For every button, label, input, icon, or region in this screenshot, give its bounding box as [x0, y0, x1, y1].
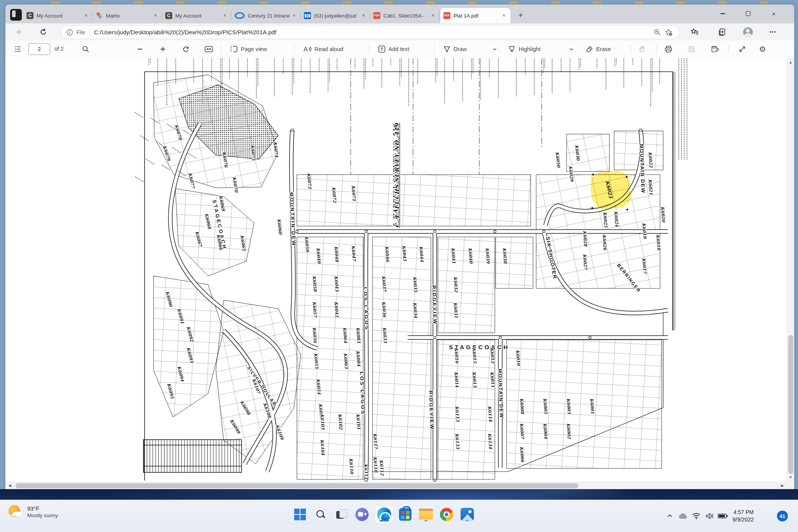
start-button[interactable] [291, 505, 309, 523]
collections-icon[interactable] [715, 26, 729, 38]
read-aloud-button[interactable]: A Read aloud [301, 42, 346, 56]
desktop-decor-dash [259, 1, 268, 4]
print-icon[interactable] [662, 42, 675, 56]
matrix-favicon [96, 12, 103, 19]
scroll-left-icon[interactable]: ◀ [7, 483, 12, 488]
century21-favicon: C [26, 12, 34, 19]
photos-button[interactable] [458, 505, 476, 523]
add-favorite-icon[interactable] [663, 27, 674, 38]
scroll-up-icon[interactable]: ▲ [787, 60, 794, 64]
task-view-button[interactable] [332, 505, 350, 523]
tab-my-account-1[interactable]: C My Account × [23, 8, 93, 23]
onedrive-icon[interactable] [676, 508, 690, 524]
scroll-right-icon[interactable]: ▶ [780, 483, 785, 488]
tab-close-icon[interactable]: × [429, 12, 436, 19]
scroll-down-icon[interactable]: ▼ [787, 475, 794, 479]
tab-close-icon[interactable]: × [291, 12, 298, 19]
tab-workspaces-icon[interactable] [10, 9, 22, 21]
tab-my-account-2[interactable]: C My Account × [162, 8, 231, 23]
add-text-icon [378, 45, 386, 53]
highlight-label: Highlight [519, 46, 540, 52]
wifi-icon[interactable] [690, 508, 703, 524]
tab-label: Matrix [106, 13, 152, 19]
tab-close-icon[interactable]: × [360, 12, 367, 19]
file-explorer-button[interactable] [417, 505, 435, 523]
tab-close-icon[interactable]: × [500, 12, 507, 19]
add-text-button[interactable]: Add text [376, 42, 411, 56]
desktop-decor-dash [134, 1, 143, 4]
desktop-decor-dash [343, 1, 351, 4]
zoom-in-icon[interactable] [157, 42, 169, 56]
desktop-decor-dash [593, 1, 602, 4]
volume-icon[interactable] [703, 508, 716, 524]
lot-number: K6060 [276, 219, 283, 235]
chat-icon [355, 508, 369, 521]
vertical-scroll-thumb[interactable] [788, 335, 793, 474]
back-button[interactable] [13, 26, 25, 38]
page-number-input[interactable] [28, 43, 50, 55]
page-view-icon [230, 45, 238, 53]
fullscreen-icon[interactable] [736, 42, 749, 56]
pan-hand-icon [636, 42, 648, 56]
address-bar[interactable]: File C:/Users/judy/Desktop/abili%20(2)/D… [61, 25, 680, 39]
new-tab-button[interactable]: + [516, 11, 525, 20]
tab-matrix[interactable]: Matrix × [93, 8, 162, 23]
taskbar-clock[interactable]: 4:57 PM 9/9/2022 [733, 509, 754, 523]
highlight-icon [508, 45, 516, 53]
desktop-decor-dash [551, 1, 560, 4]
close-button[interactable]: × [763, 5, 785, 23]
tab-plat-1a-pdf[interactable]: PDF Plat 1A.pdf × [440, 8, 510, 23]
highlight-button[interactable]: Highlight [505, 42, 543, 56]
maximize-button[interactable] [737, 5, 759, 23]
horizontal-scroll-thumb[interactable] [16, 483, 578, 488]
notification-badge[interactable]: 41 [777, 511, 788, 521]
profile-avatar[interactable] [741, 26, 754, 38]
street-label: MOUNTAIN DEW [288, 192, 297, 247]
fit-to-width-icon[interactable] [202, 42, 215, 56]
taskbar-search-button[interactable] [312, 505, 330, 523]
tray-chevron-icon[interactable] [663, 508, 676, 524]
desktop-decor-dash [92, 1, 101, 4]
toc-icon[interactable] [12, 42, 24, 56]
settings-menu-icon[interactable] [766, 26, 779, 38]
horizontal-scrollbar[interactable]: ◀ ▶ [5, 482, 787, 489]
edge-taskbar-button[interactable] [375, 505, 393, 523]
chrome-button[interactable] [438, 505, 455, 523]
minimize-button[interactable] [711, 5, 734, 23]
refresh-button[interactable] [37, 26, 49, 38]
weather-widget[interactable]: 93°F Mostly sunny [8, 504, 58, 519]
save-as-icon[interactable] [708, 42, 721, 56]
pdf-settings-gear-icon[interactable]: ⚙ [757, 42, 768, 56]
draw-dropdown-chevron[interactable] [490, 42, 500, 56]
tab-email[interactable]: (53) judyallen@jud × [301, 8, 370, 23]
microsoft-store-button[interactable] [396, 505, 414, 523]
erase-icon [585, 45, 593, 53]
tab-century21-intranet[interactable]: Century 21 Intrane × [231, 8, 301, 23]
tab-cab1-slide105a[interactable]: PDF Cab1, Slide105A - × [370, 8, 440, 23]
search-document-icon[interactable] [79, 42, 92, 56]
vertical-scrollbar[interactable]: ▲ ▼ [787, 58, 794, 482]
url-text[interactable]: C:/Users/judy/Desktop/abili%20(2)/Dew%20… [94, 29, 651, 35]
store-icon [399, 508, 411, 521]
zoom-page-icon[interactable] [651, 27, 663, 38]
desktop-decor-dash [176, 1, 185, 4]
tab-close-icon[interactable]: × [221, 12, 228, 19]
favorites-icon[interactable] [688, 26, 701, 38]
highlight-dropdown-chevron[interactable] [567, 42, 576, 56]
draw-button[interactable]: Draw [441, 42, 469, 56]
pdf-page[interactable]: J. HARRELL SURVEY NO. 510 C. L. FUCHS SU… [5, 58, 787, 482]
info-icon[interactable] [66, 29, 73, 36]
page-view-button[interactable]: Page view [228, 42, 269, 56]
erase-button[interactable]: Erase [583, 42, 613, 56]
rotate-icon[interactable] [180, 42, 192, 56]
tab-close-icon[interactable]: × [83, 12, 90, 19]
pdf-favicon: PDF [373, 12, 380, 19]
battery-icon[interactable] [716, 508, 729, 524]
tab-close-icon[interactable]: × [152, 12, 159, 19]
page-view-label: Page view [241, 46, 267, 52]
read-aloud-icon: A [303, 45, 312, 53]
teams-chat-button[interactable] [353, 505, 371, 523]
weather-desc: Mostly sunny [27, 513, 58, 518]
zoom-out-icon[interactable] [134, 42, 146, 56]
tab-label: Cab1, Slide105A - [383, 13, 429, 19]
